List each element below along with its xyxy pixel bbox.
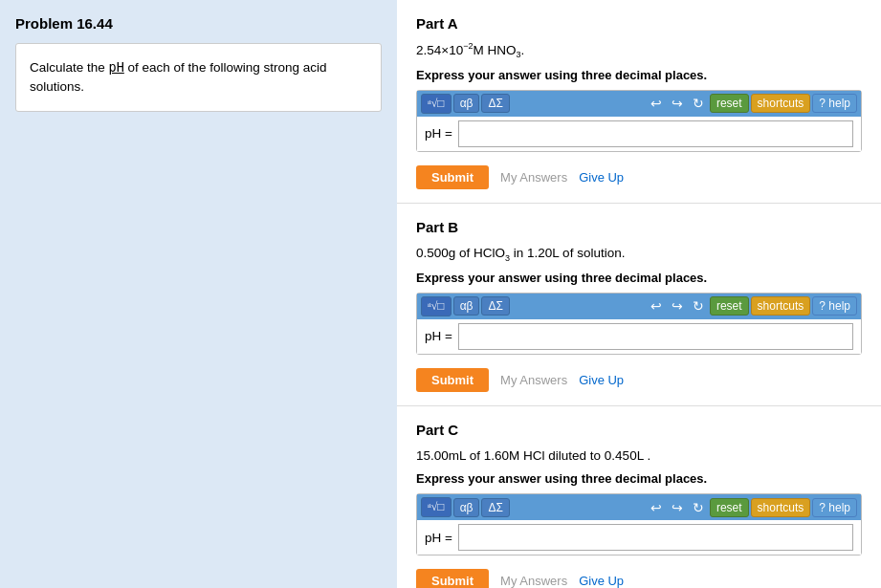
part-c-input-container: ⁿ√□ αβ ΔΣ ↩ ↪ ↻ reset shortcuts ? help p… bbox=[416, 493, 862, 555]
part-b-label: Part B bbox=[416, 219, 862, 235]
part-a-desc: 2.54×10−2M HNO3. bbox=[416, 39, 862, 62]
part-a-section: Part A 2.54×10−2M HNO3. Express your ans… bbox=[397, 0, 881, 204]
part-a-answer-input[interactable] bbox=[458, 120, 853, 147]
part-b-my-answers-link[interactable]: My Answers bbox=[500, 373, 567, 387]
part-c-submit-btn[interactable]: Submit bbox=[416, 569, 489, 588]
part-b-give-up-link[interactable]: Give Up bbox=[579, 373, 624, 387]
part-c-alphabeta-btn[interactable]: αβ bbox=[453, 498, 480, 517]
part-b-reset-btn[interactable]: reset bbox=[710, 296, 749, 316]
problem-title: Problem 16.44 bbox=[15, 15, 382, 32]
part-c-section: Part C 15.00mL of 1.60M HCl diluted to 0… bbox=[397, 406, 881, 588]
part-a-label: Part A bbox=[416, 15, 862, 32]
problem-description: Calculate the pH of each of the followin… bbox=[30, 60, 326, 94]
ph-term: pH bbox=[109, 59, 124, 75]
part-a-ph-label: pH = bbox=[425, 126, 452, 141]
part-c-deltasigma-btn[interactable]: ΔΣ bbox=[481, 498, 509, 517]
part-c-refresh-icon[interactable]: ↻ bbox=[689, 498, 708, 517]
part-c-label: Part C bbox=[416, 422, 862, 438]
part-b-answer-input[interactable] bbox=[458, 323, 853, 350]
part-a-submit-row: Submit My Answers Give Up bbox=[416, 162, 862, 191]
part-a-input-container: ⁿ√□ αβ ΔΣ ↩ ↪ ↻ reset shortcuts ? help p… bbox=[416, 90, 862, 152]
problem-box: Calculate the pH of each of the followin… bbox=[15, 43, 382, 112]
part-a-redo-icon[interactable]: ↪ bbox=[668, 94, 687, 113]
part-c-input-row: pH = bbox=[417, 520, 861, 555]
part-b-help-btn[interactable]: ? help bbox=[812, 296, 857, 316]
part-c-sqrt-btn[interactable]: ⁿ√□ bbox=[421, 497, 452, 517]
part-a-shortcuts-btn[interactable]: shortcuts bbox=[751, 94, 811, 113]
part-c-submit-row: Submit My Answers Give Up bbox=[416, 565, 862, 588]
part-a-undo-icon[interactable]: ↩ bbox=[647, 94, 666, 113]
part-b-submit-row: Submit My Answers Give Up bbox=[416, 364, 862, 394]
part-b-redo-icon[interactable]: ↪ bbox=[668, 296, 687, 316]
part-a-give-up-link[interactable]: Give Up bbox=[579, 170, 624, 185]
part-c-my-answers-link[interactable]: My Answers bbox=[500, 574, 567, 588]
part-b-sqrt-btn[interactable]: ⁿ√□ bbox=[421, 296, 452, 316]
part-c-desc: 15.00mL of 1.60M HCl diluted to 0.450L . bbox=[416, 446, 862, 467]
part-c-give-up-link[interactable]: Give Up bbox=[579, 574, 624, 588]
part-b-toolbar: ⁿ√□ αβ ΔΣ ↩ ↪ ↻ reset shortcuts ? help bbox=[417, 294, 861, 319]
part-a-refresh-icon[interactable]: ↻ bbox=[689, 94, 708, 113]
part-b-refresh-icon[interactable]: ↻ bbox=[689, 296, 708, 316]
part-c-toolbar: ⁿ√□ αβ ΔΣ ↩ ↪ ↻ reset shortcuts ? help bbox=[417, 494, 861, 520]
part-a-my-answers-link[interactable]: My Answers bbox=[500, 170, 567, 185]
right-panel: Part A 2.54×10−2M HNO3. Express your ans… bbox=[397, 0, 881, 588]
part-c-shortcuts-btn[interactable]: shortcuts bbox=[751, 498, 811, 517]
part-b-deltasigma-btn[interactable]: ΔΣ bbox=[481, 296, 509, 316]
part-b-submit-btn[interactable]: Submit bbox=[416, 368, 489, 392]
part-a-input-row: pH = bbox=[417, 117, 861, 151]
part-c-express-label: Express your answer using three decimal … bbox=[416, 471, 862, 486]
part-c-redo-icon[interactable]: ↪ bbox=[668, 498, 687, 517]
part-b-input-row: pH = bbox=[417, 319, 861, 354]
part-a-sqrt-btn[interactable]: ⁿ√□ bbox=[421, 94, 452, 114]
part-c-help-btn[interactable]: ? help bbox=[812, 498, 857, 517]
part-c-undo-icon[interactable]: ↩ bbox=[647, 498, 666, 517]
part-a-express-label: Express your answer using three decimal … bbox=[416, 68, 862, 82]
part-a-alphabeta-btn[interactable]: αβ bbox=[453, 94, 480, 113]
part-b-section: Part B 0.500g of HClO3 in 1.20L of solut… bbox=[397, 204, 881, 406]
part-c-ph-label: pH = bbox=[425, 531, 452, 545]
part-a-deltasigma-btn[interactable]: ΔΣ bbox=[481, 94, 509, 113]
part-b-desc: 0.500g of HClO3 in 1.20L of solution. bbox=[416, 243, 862, 265]
part-a-submit-btn[interactable]: Submit bbox=[416, 165, 489, 189]
part-b-ph-label: pH = bbox=[425, 329, 452, 343]
part-b-input-container: ⁿ√□ αβ ΔΣ ↩ ↪ ↻ reset shortcuts ? help p… bbox=[416, 293, 862, 355]
part-b-undo-icon[interactable]: ↩ bbox=[647, 296, 666, 316]
part-b-shortcuts-btn[interactable]: shortcuts bbox=[751, 296, 811, 316]
part-c-reset-btn[interactable]: reset bbox=[710, 498, 749, 517]
part-a-reset-btn[interactable]: reset bbox=[710, 94, 749, 113]
part-c-answer-input[interactable] bbox=[458, 524, 853, 551]
left-panel: Problem 16.44 Calculate the pH of each o… bbox=[0, 0, 397, 588]
part-b-alphabeta-btn[interactable]: αβ bbox=[453, 296, 480, 316]
part-a-help-btn[interactable]: ? help bbox=[812, 94, 857, 113]
part-a-toolbar: ⁿ√□ αβ ΔΣ ↩ ↪ ↻ reset shortcuts ? help bbox=[417, 91, 861, 117]
part-b-express-label: Express your answer using three decimal … bbox=[416, 271, 862, 285]
